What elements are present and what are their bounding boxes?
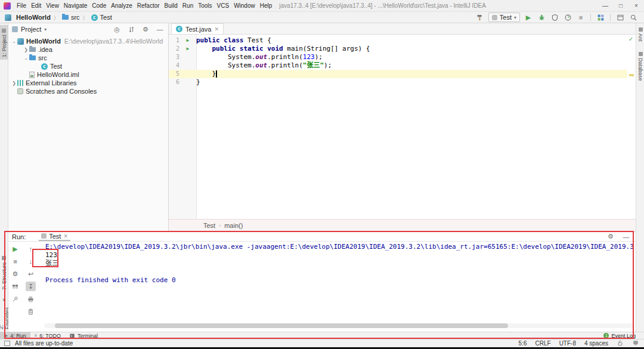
line-number: 6 xyxy=(169,78,179,87)
scroll-to-end-icon[interactable]: ↧ xyxy=(26,282,36,291)
run-gutter-icon[interactable]: ▶ xyxy=(179,45,196,53)
toolwindow-button-6-todo[interactable]: ≡6: TODO xyxy=(30,332,65,339)
run-settings-icon[interactable]: ⚙ xyxy=(10,269,20,279)
pin-tab-icon[interactable] xyxy=(10,294,20,304)
restore-layout-icon[interactable] xyxy=(615,13,625,22)
chevron-right-icon[interactable]: ❯ xyxy=(23,47,29,52)
locate-file-icon[interactable]: ◎ xyxy=(112,24,122,34)
lock-icon[interactable] xyxy=(617,339,624,348)
menu-build[interactable]: Build xyxy=(162,2,180,9)
soft-wrap-icon[interactable]: ↩ xyxy=(26,269,36,279)
down-stacktrace-icon[interactable]: ↓ xyxy=(26,257,36,266)
console-hscrollbar-thumb[interactable] xyxy=(55,323,508,328)
breadcrumb-separator: 〉 xyxy=(54,14,59,21)
minimize-button[interactable]: — xyxy=(597,0,613,12)
maximize-button[interactable]: □ xyxy=(613,0,628,12)
debug-icon[interactable] xyxy=(537,13,546,22)
toolwindow-button-label: Terminal xyxy=(78,333,98,339)
breadcrumb-item-test[interactable]: cTest xyxy=(91,14,112,21)
tree-item-helloworld[interactable]: ⌄HelloWorldE:\develop\java17.3..4\HelloW… xyxy=(8,37,168,45)
iml-icon xyxy=(29,72,35,78)
event-log-button[interactable]: 1Event Log xyxy=(603,333,636,339)
gear-icon[interactable]: ⚙ xyxy=(141,24,150,34)
idea-logo-icon xyxy=(4,2,11,10)
build-hammer-icon[interactable] xyxy=(475,13,485,22)
clear-console-icon[interactable] xyxy=(26,307,36,316)
menu-analyze[interactable]: Analyze xyxy=(109,2,135,9)
code-text: } xyxy=(196,70,216,78)
tree-item-scratches-and-consoles[interactable]: Scratches and Consoles xyxy=(8,87,168,95)
status-caret-position[interactable]: 5:6 xyxy=(519,340,527,347)
menu-edit[interactable]: Edit xyxy=(29,2,44,9)
stripe-button-1-project[interactable]: 1: Project xyxy=(0,25,8,60)
stripe-label: Database xyxy=(637,58,643,81)
search-icon[interactable] xyxy=(628,13,638,22)
code-line-6: 6} xyxy=(169,78,636,87)
toolwindow-icon xyxy=(639,27,643,32)
run-config-select[interactable]: Test▾ xyxy=(488,13,520,22)
up-stacktrace-icon[interactable]: ↑ xyxy=(26,244,36,254)
tree-item-external-libraries[interactable]: ❯External Libraries xyxy=(8,79,168,87)
toolbar-separator xyxy=(590,14,591,21)
project-structure-icon[interactable] xyxy=(596,13,605,22)
run-tab-test[interactable]: Test ✕ xyxy=(39,232,70,241)
line-number: 2 xyxy=(169,45,179,53)
run-button-icon[interactable]: ▶ xyxy=(524,13,533,22)
editor-breadcrumb-test[interactable]: Test xyxy=(203,222,215,229)
stop-icon[interactable]: ■ xyxy=(10,257,20,266)
tree-item-helloworld-iml[interactable]: HelloWorld.iml xyxy=(8,70,168,79)
menu-view[interactable]: View xyxy=(44,2,61,9)
menu-run[interactable]: Run xyxy=(180,2,196,9)
status-indent-style[interactable]: 4 spaces xyxy=(584,340,608,347)
close-button[interactable]: × xyxy=(628,0,644,12)
chevron-down-icon[interactable]: ▾ xyxy=(44,27,47,32)
menu-navigate[interactable]: Navigate xyxy=(61,2,89,9)
inspections-ok-icon[interactable]: ✓ xyxy=(628,36,633,42)
print-icon[interactable] xyxy=(26,294,36,304)
project-panel-title[interactable]: Project xyxy=(21,26,41,33)
toolwindow-button-4-run[interactable]: ▶4: Run xyxy=(0,332,30,339)
breadcrumb-item-helloworld[interactable]: HelloWorld xyxy=(5,14,51,21)
editor-tab-test-java[interactable]: c Test.java ✕ xyxy=(171,23,224,34)
code-area[interactable]: 1▶public class Test {2▶ public static vo… xyxy=(169,35,636,219)
hide-panel-icon[interactable]: — xyxy=(155,24,165,34)
status-line-separator[interactable]: CRLF xyxy=(535,340,551,347)
menu-code[interactable]: Code xyxy=(89,2,109,9)
stripe-button-2-favorites[interactable]: 2: Favorites★ xyxy=(0,295,8,332)
tree-item--idea[interactable]: ❯.idea xyxy=(8,45,168,54)
chevron-right-icon[interactable]: ❯ xyxy=(11,81,17,86)
chevron-down-icon[interactable]: ⌄ xyxy=(23,55,29,61)
menu-help[interactable]: Help xyxy=(258,2,275,9)
tree-item-src[interactable]: ⌄src xyxy=(8,54,168,62)
stop-icon[interactable]: ■ xyxy=(576,13,586,22)
collapse-all-icon[interactable] xyxy=(126,24,136,34)
chevron-down-icon[interactable]: ⌄ xyxy=(11,39,17,44)
close-tab-icon[interactable]: ✕ xyxy=(214,26,219,32)
current-line-marker[interactable] xyxy=(629,74,634,76)
menu-tools[interactable]: Tools xyxy=(196,2,214,9)
menu-file[interactable]: File xyxy=(14,2,29,9)
tree-item-test[interactable]: cTest xyxy=(8,62,168,70)
hide-panel-icon[interactable]: — xyxy=(621,232,631,242)
highlighting-level-icon[interactable] xyxy=(632,339,639,348)
rerun-icon[interactable]: ▶ xyxy=(10,244,20,254)
gear-icon[interactable]: ⚙ xyxy=(606,232,615,242)
dump-threads-icon[interactable] xyxy=(10,282,20,291)
stripe-button-ant[interactable]: Ant xyxy=(636,25,644,47)
toolwindow-switcher-icon[interactable] xyxy=(4,341,10,346)
status-file-encoding[interactable]: UTF-8 xyxy=(559,340,576,347)
stripe-button-7-structure[interactable]: 7: Structure xyxy=(0,251,8,292)
menu-window[interactable]: Window xyxy=(231,2,258,9)
run-gutter-icon[interactable]: ▶ xyxy=(179,36,196,45)
coverage-icon[interactable] xyxy=(550,13,559,22)
profiler-icon[interactable] xyxy=(563,13,572,22)
menu-refactor[interactable]: Refactor xyxy=(135,2,162,9)
editor-breadcrumb-main[interactable]: main() xyxy=(224,222,243,229)
tree-item-path: E:\develop\java17.3..4\HelloWorld xyxy=(64,38,163,45)
close-run-tab-icon[interactable]: ✕ xyxy=(63,233,68,239)
menu-vcs[interactable]: VCS xyxy=(215,2,232,9)
run-console[interactable]: E:\develop\IDEA2019\IDEA_2019.3.2\jbr\bi… xyxy=(42,242,634,321)
stripe-button-database[interactable]: Database xyxy=(636,50,644,87)
breadcrumb-item-src[interactable]: src xyxy=(62,14,80,21)
toolwindow-button-terminal[interactable]: Terminal xyxy=(65,332,102,339)
